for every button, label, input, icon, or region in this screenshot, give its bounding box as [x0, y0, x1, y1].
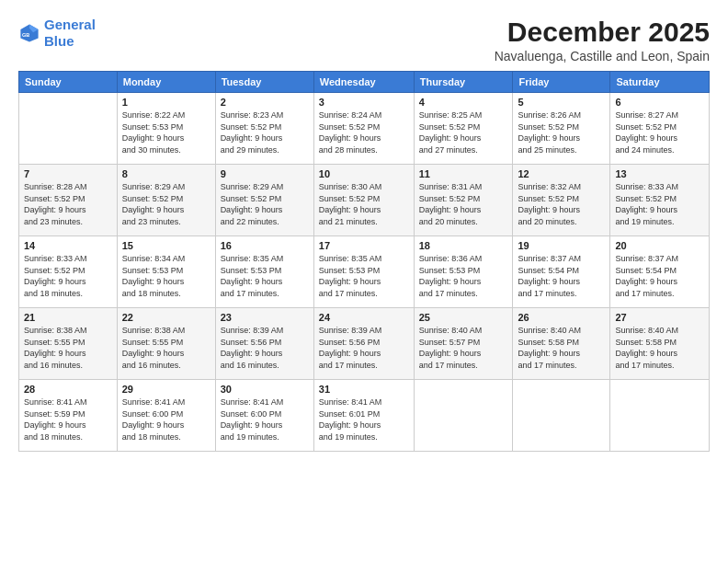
day-info: Sunrise: 8:23 AM Sunset: 5:52 PM Dayligh…: [221, 109, 309, 155]
day-info: Sunrise: 8:41 AM Sunset: 6:00 PM Dayligh…: [221, 396, 309, 442]
calendar-header-row: SundayMondayTuesdayWednesdayThursdayFrid…: [19, 72, 710, 93]
calendar-cell: 4Sunrise: 8:25 AM Sunset: 5:52 PM Daylig…: [414, 93, 513, 165]
day-info: Sunrise: 8:28 AM Sunset: 5:52 PM Dayligh…: [24, 181, 112, 227]
day-number: 24: [319, 312, 409, 323]
day-info: Sunrise: 8:31 AM Sunset: 5:52 PM Dayligh…: [419, 181, 508, 227]
calendar-cell: 20Sunrise: 8:37 AM Sunset: 5:54 PM Dayli…: [610, 236, 710, 308]
day-info: Sunrise: 8:25 AM Sunset: 5:52 PM Dayligh…: [419, 109, 508, 155]
day-number: 25: [419, 312, 508, 323]
calendar-cell: [414, 380, 513, 452]
calendar-cell: 8Sunrise: 8:29 AM Sunset: 5:52 PM Daylig…: [117, 165, 215, 236]
day-info: Sunrise: 8:41 AM Sunset: 6:00 PM Dayligh…: [122, 396, 210, 442]
day-number: 11: [419, 168, 508, 179]
day-info: Sunrise: 8:37 AM Sunset: 5:54 PM Dayligh…: [518, 253, 605, 299]
calendar-cell: 7Sunrise: 8:28 AM Sunset: 5:52 PM Daylig…: [19, 165, 118, 236]
logo-line2: Blue: [44, 33, 74, 49]
calendar-cell: 30Sunrise: 8:41 AM Sunset: 6:00 PM Dayli…: [215, 380, 313, 452]
calendar-cell: 6Sunrise: 8:27 AM Sunset: 5:52 PM Daylig…: [610, 93, 710, 165]
logo-icon: GB: [18, 22, 40, 44]
day-info: Sunrise: 8:38 AM Sunset: 5:55 PM Dayligh…: [24, 325, 112, 371]
day-number: 7: [24, 168, 112, 179]
day-number: 1: [122, 97, 210, 108]
day-number: 27: [615, 312, 704, 323]
calendar-cell: 29Sunrise: 8:41 AM Sunset: 6:00 PM Dayli…: [117, 380, 215, 452]
calendar-header-wednesday: Wednesday: [313, 72, 414, 93]
day-number: 17: [319, 240, 409, 251]
calendar-cell: 31Sunrise: 8:41 AM Sunset: 6:01 PM Dayli…: [313, 380, 414, 452]
day-number: 26: [518, 312, 605, 323]
calendar-table: SundayMondayTuesdayWednesdayThursdayFrid…: [18, 71, 710, 452]
day-number: 19: [518, 240, 605, 251]
calendar-week-row: 7Sunrise: 8:28 AM Sunset: 5:52 PM Daylig…: [19, 165, 710, 236]
day-info: Sunrise: 8:33 AM Sunset: 5:52 PM Dayligh…: [24, 253, 112, 299]
day-info: Sunrise: 8:29 AM Sunset: 5:52 PM Dayligh…: [221, 181, 309, 227]
calendar-cell: 13Sunrise: 8:33 AM Sunset: 5:52 PM Dayli…: [610, 165, 710, 236]
day-number: 21: [24, 312, 112, 323]
calendar-cell: 12Sunrise: 8:32 AM Sunset: 5:52 PM Dayli…: [513, 165, 610, 236]
day-info: Sunrise: 8:37 AM Sunset: 5:54 PM Dayligh…: [615, 253, 704, 299]
svg-text:GB: GB: [22, 32, 29, 38]
calendar-cell: 22Sunrise: 8:38 AM Sunset: 5:55 PM Dayli…: [117, 308, 215, 380]
calendar-cell: [513, 380, 610, 452]
day-info: Sunrise: 8:41 AM Sunset: 6:01 PM Dayligh…: [319, 396, 409, 442]
day-info: Sunrise: 8:27 AM Sunset: 5:52 PM Dayligh…: [615, 109, 704, 155]
day-info: Sunrise: 8:22 AM Sunset: 5:53 PM Dayligh…: [122, 109, 210, 155]
calendar-cell: 1Sunrise: 8:22 AM Sunset: 5:53 PM Daylig…: [117, 93, 215, 165]
calendar-cell: 19Sunrise: 8:37 AM Sunset: 5:54 PM Dayli…: [513, 236, 610, 308]
day-info: Sunrise: 8:40 AM Sunset: 5:58 PM Dayligh…: [518, 325, 605, 371]
calendar-cell: 26Sunrise: 8:40 AM Sunset: 5:58 PM Dayli…: [513, 308, 610, 380]
day-info: Sunrise: 8:39 AM Sunset: 5:56 PM Dayligh…: [319, 325, 409, 371]
calendar-cell: [610, 380, 710, 452]
calendar-cell: 28Sunrise: 8:41 AM Sunset: 5:59 PM Dayli…: [19, 380, 118, 452]
day-number: 6: [615, 97, 704, 108]
logo-line1: General: [44, 17, 96, 32]
calendar-cell: 3Sunrise: 8:24 AM Sunset: 5:52 PM Daylig…: [313, 93, 414, 165]
calendar-cell: 9Sunrise: 8:29 AM Sunset: 5:52 PM Daylig…: [215, 165, 313, 236]
day-number: 22: [122, 312, 210, 323]
day-info: Sunrise: 8:40 AM Sunset: 5:57 PM Dayligh…: [419, 325, 508, 371]
calendar-cell: 17Sunrise: 8:35 AM Sunset: 5:53 PM Dayli…: [313, 236, 414, 308]
day-info: Sunrise: 8:41 AM Sunset: 5:59 PM Dayligh…: [24, 396, 112, 442]
day-info: Sunrise: 8:35 AM Sunset: 5:53 PM Dayligh…: [319, 253, 409, 299]
calendar-header-saturday: Saturday: [610, 72, 710, 93]
day-number: 9: [221, 168, 309, 179]
day-info: Sunrise: 8:32 AM Sunset: 5:52 PM Dayligh…: [518, 181, 605, 227]
day-number: 18: [419, 240, 508, 251]
header: GB General Blue December 2025 Navaluenga…: [18, 17, 710, 63]
title-block: December 2025 Navaluenga, Castille and L…: [495, 17, 710, 63]
day-info: Sunrise: 8:30 AM Sunset: 5:52 PM Dayligh…: [319, 181, 409, 227]
calendar-cell: 15Sunrise: 8:34 AM Sunset: 5:53 PM Dayli…: [117, 236, 215, 308]
day-info: Sunrise: 8:39 AM Sunset: 5:56 PM Dayligh…: [221, 325, 309, 371]
calendar-cell: 10Sunrise: 8:30 AM Sunset: 5:52 PM Dayli…: [313, 165, 414, 236]
logo: GB General Blue: [18, 17, 96, 50]
main-title: December 2025: [495, 17, 710, 47]
day-info: Sunrise: 8:29 AM Sunset: 5:52 PM Dayligh…: [122, 181, 210, 227]
calendar-cell: 25Sunrise: 8:40 AM Sunset: 5:57 PM Dayli…: [414, 308, 513, 380]
day-number: 12: [518, 168, 605, 179]
day-info: Sunrise: 8:38 AM Sunset: 5:55 PM Dayligh…: [122, 325, 210, 371]
calendar-header-thursday: Thursday: [414, 72, 513, 93]
calendar-cell: 16Sunrise: 8:35 AM Sunset: 5:53 PM Dayli…: [215, 236, 313, 308]
day-number: 14: [24, 240, 112, 251]
day-number: 16: [221, 240, 309, 251]
day-number: 28: [24, 384, 112, 395]
day-info: Sunrise: 8:40 AM Sunset: 5:58 PM Dayligh…: [615, 325, 704, 371]
day-info: Sunrise: 8:36 AM Sunset: 5:53 PM Dayligh…: [419, 253, 508, 299]
day-number: 20: [615, 240, 704, 251]
day-number: 3: [319, 97, 409, 108]
calendar-header-sunday: Sunday: [19, 72, 118, 93]
calendar-week-row: 28Sunrise: 8:41 AM Sunset: 5:59 PM Dayli…: [19, 380, 710, 452]
day-info: Sunrise: 8:34 AM Sunset: 5:53 PM Dayligh…: [122, 253, 210, 299]
calendar-cell: [19, 93, 118, 165]
day-number: 8: [122, 168, 210, 179]
calendar-cell: 18Sunrise: 8:36 AM Sunset: 5:53 PM Dayli…: [414, 236, 513, 308]
calendar-header-monday: Monday: [117, 72, 215, 93]
logo-text: General Blue: [44, 17, 96, 50]
day-number: 23: [221, 312, 309, 323]
day-number: 30: [221, 384, 309, 395]
day-number: 4: [419, 97, 508, 108]
calendar-week-row: 21Sunrise: 8:38 AM Sunset: 5:55 PM Dayli…: [19, 308, 710, 380]
page: GB General Blue December 2025 Navaluenga…: [0, 0, 728, 563]
day-number: 5: [518, 97, 605, 108]
day-number: 13: [615, 168, 704, 179]
